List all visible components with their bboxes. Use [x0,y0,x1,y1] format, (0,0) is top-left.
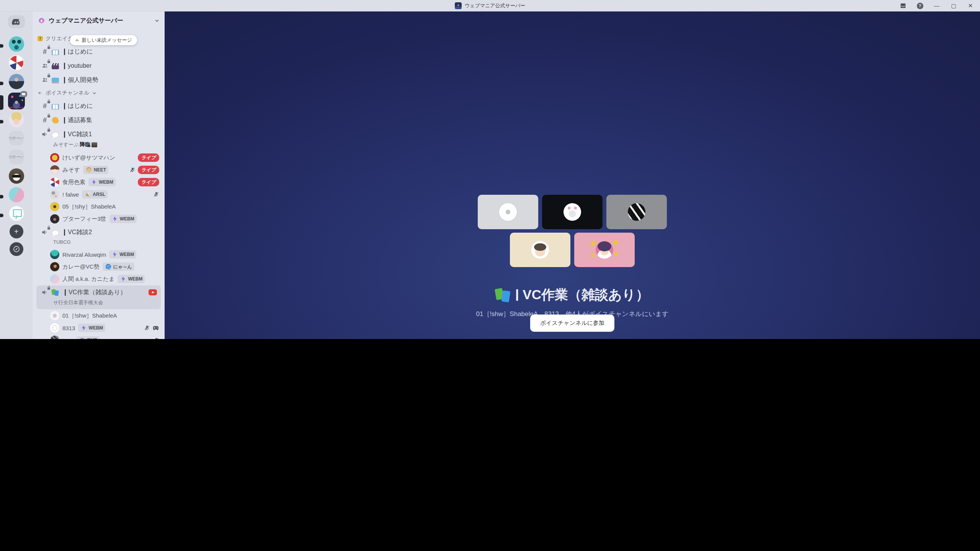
rail-row [0,168,33,187]
server[interactable] [9,187,24,202]
voice-member-! falwe[interactable]: ! falweARSL [33,188,165,201]
lock-icon [47,287,50,290]
discord-home[interactable] [8,15,25,28]
rail-row: のサーバ [0,131,33,150]
voice-member-ブターフィー3世[interactable]: ブターフィー3世WEBM [33,213,165,225]
lock-icon [47,47,50,49]
avatar [50,178,59,187]
book-emoji-icon [52,50,59,55]
chestnut-emoji-icon [86,167,91,173]
channel-VC雑談2[interactable]: VC雑談2TUBCG [36,225,161,248]
lock-icon [47,75,50,77]
voice-locked-icon [41,289,49,296]
voice-member-人間 a.k.a. カニたま[interactable]: 人間 a.k.a. カニたまWEBM [33,273,165,285]
channel-VC雑談1[interactable]: VC雑談1みそすーぷ降臨 [36,127,161,151]
live-badge: ライブ [138,166,159,174]
explore-servers[interactable] [10,242,23,256]
voice-member-01［!shw］ShabeleA[interactable]: 01［!shw］ShabeleA [33,310,165,322]
role-badge: WEBM [109,250,136,259]
category-ボイスチャンネル[interactable]: ボイスチャンネル [33,87,165,99]
help-icon[interactable]: ? [914,1,926,10]
channel-VC作業（雑談あり）[interactable]: VC作業（雑談あり）サ行全日本選手権大会 [36,285,161,309]
avatar [531,241,549,259]
add-server[interactable]: + [10,225,23,238]
channel-sidebar: ウェブマニア公式サーバー !クリエイター交流#はじめにyoutuber個人開発勢… [33,11,165,339]
bolt-emoji-icon [91,179,96,185]
hashtag-locked-icon: # [41,102,49,110]
bolt-emoji-icon [121,276,126,282]
channel-status: みそすーぷ降臨 [36,141,161,151]
voice-channel-title: VC作業（雑談あり） [495,286,649,304]
live-badge: ライブ [138,178,159,186]
live-badge: ライブ [138,153,159,162]
laptop-emoji-icon [52,78,59,83]
mic-muted-icon [129,167,136,173]
member-name: 8313 [62,325,75,331]
server[interactable]: のサーバ [9,150,24,164]
participant-tile[interactable] [606,195,667,229]
member-name: tono [62,337,74,339]
voice-channel-stage: VC作業（雑談あり） 01［!shw］ShabeleA、8313、他4人がボイス… [165,11,980,339]
voice-member-tono[interactable]: tonoBMB [33,334,165,339]
books-emoji-icon [495,288,511,302]
planet-emoji-icon [106,264,111,269]
server-webmania[interactable]: WEBMANIA [8,93,25,109]
chevron-up-icon [75,38,79,42]
join-voice-button[interactable]: ボイスチャンネルに参加 [530,315,614,332]
member-name: ! falwe [62,191,79,198]
server[interactable] [9,36,24,52]
server[interactable] [9,206,24,221]
server[interactable] [9,74,24,89]
channel-はじめに[interactable]: #はじめに [36,99,161,113]
voice-member-05［!shy］ShabeleA[interactable]: 05［!shy］ShabeleA [33,201,165,213]
inbox-icon[interactable] [897,1,909,10]
channel-label: 通話募集 [62,116,92,124]
server[interactable] [9,168,24,184]
new-unread-tooltip[interactable]: 新しい未読メッセージ [70,35,137,45]
avatar [50,262,59,271]
avatar [50,323,59,333]
channel-youtuber[interactable]: youtuber [36,59,161,73]
voice-member-みそす[interactable]: みそすNEETライブ [33,164,165,176]
channel-はじめに[interactable]: #はじめに [36,45,161,59]
participant-tile[interactable] [510,233,570,267]
unread-indicator [0,44,3,47]
role-badge: にゃ～ん [103,262,134,271]
channel-label: はじめに [62,102,93,110]
channel-label: youtuber [62,62,91,69]
avatar [50,214,59,223]
member-name: ブターフィー3世 [62,215,106,223]
server[interactable] [9,112,24,127]
participant-tile[interactable] [574,233,635,267]
participant-tile[interactable] [542,195,603,229]
role-badge: BMB [77,336,100,339]
chevron-down-icon [155,18,159,23]
voice-member-食用色素[interactable]: 食用色素WEBMライブ [33,176,165,188]
server-header[interactable]: ウェブマニア公式サーバー [33,11,165,30]
sword-emoji-icon [85,192,90,197]
channel-通話募集[interactable]: #通話募集 [36,113,161,127]
member-name: Rivarzal Aluwqim [62,251,106,258]
maximize-button[interactable]: ▢ [948,1,959,10]
rail-row: + [0,225,33,242]
avatar [50,153,59,162]
rail-row [0,242,33,260]
close-button[interactable]: ✕ [965,1,976,10]
channel-個人開発勢[interactable]: 個人開発勢 [36,73,161,87]
voice-member-Rivarzal Aluwqim[interactable]: Rivarzal AluwqimWEBM [33,248,165,261]
unread-indicator [0,214,3,217]
avatar [50,190,59,199]
lock-icon [47,61,50,63]
youtube-activity-icon[interactable] [149,289,157,295]
minimize-button[interactable]: — [931,1,942,10]
voice-member-けいず@サツマハン[interactable]: けいず@サツマハンライブ [33,152,165,164]
rail-row [0,55,33,74]
participant-tile[interactable] [478,195,538,229]
server[interactable]: のサーバ [9,131,24,145]
voice-member-カレー@VC勢[interactable]: カレー@VC勢にゃ～ん [33,261,165,273]
role-badge: ARSL [82,190,108,199]
bubble-emoji-icon [52,132,59,138]
server[interactable] [9,55,24,70]
voice-member-8313[interactable]: 8313WEBM [33,322,165,334]
channel-status: TUBCG [36,239,161,248]
